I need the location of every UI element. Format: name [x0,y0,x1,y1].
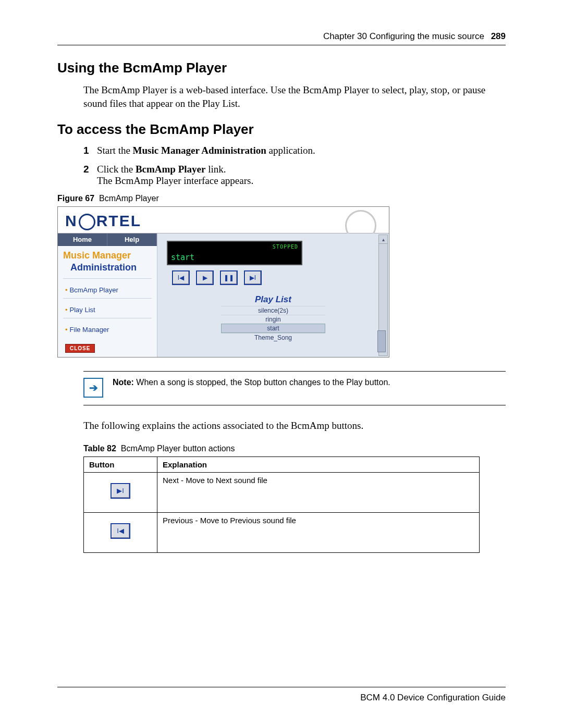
previous-button[interactable]: I◀ [172,270,190,285]
table-header-button: Button [84,456,157,472]
note-text: Note: When a song is stopped, the Stop b… [113,377,390,388]
player-current-track: start [171,253,298,262]
table-row: I◀ Previous - Move to Previous sound fil… [84,512,480,552]
nortel-logo: NRTEL [65,212,382,230]
sidebar: Home Help Music Manager Administration •… [58,233,157,357]
page-header: Chapter 30 Configuring the music source … [57,31,506,42]
page-number: 289 [491,31,506,41]
step-text: Click the BcmAmp Player link. The BcmAmp… [97,164,506,187]
playlist-item[interactable]: Theme_Song [221,333,325,342]
sidebar-link-play-list[interactable]: •Play List [58,303,157,317]
playlist-heading: Play List [163,294,384,305]
playlist-item[interactable]: ringin [221,315,325,324]
table-intro-paragraph: The following explains the actions assoc… [83,419,506,433]
player-status: STOPPED [171,244,298,250]
table-caption: Table 82 BcmAmp Player button actions [83,444,506,453]
step-2: 2 Click the BcmAmp Player link. The BcmA… [83,164,506,187]
table-header-explanation: Explanation [157,456,480,472]
music-manager-title: Music Manager [58,246,157,261]
next-button-icon: ▶I [111,483,130,499]
arrow-right-icon: ➔ [83,378,103,398]
pause-button[interactable]: ❚❚ [220,270,238,285]
step-1: 1 Start the Music Manager Administration… [83,145,506,156]
heading-access-bcmamp: To access the BcmAmp Player [57,121,506,138]
note-box: ➔ Note: When a song is stopped, the Stop… [83,371,506,405]
administration-subtitle: Administration [58,261,157,277]
play-button[interactable]: ▶ [196,270,214,285]
table-row: ▶I Next - Move to Next sound file [84,472,480,512]
page-footer: BCM 4.0 Device Configuration Guide [57,687,506,703]
step-number: 2 [83,164,97,175]
player-pane: ▴ STOPPED start I◀ ▶ ❚❚ ▶I Play List sil… [157,233,389,357]
sidebar-link-bcmamp-player[interactable]: •BcmAmp Player [58,283,157,297]
player-display: STOPPED start [167,241,302,265]
header-rule [57,45,506,45]
scroll-up-icon[interactable]: ▴ [378,235,388,244]
table-explanation: Next - Move to Next sound file [157,472,480,512]
footer-rule [57,687,506,687]
step-number: 1 [83,145,97,156]
sidebar-link-file-manager[interactable]: •File Manager [58,323,157,337]
button-actions-table: Button Explanation ▶I Next - Move to Nex… [83,456,480,553]
bcmamp-screenshot: NRTEL Home Help Music Manager Administra… [57,206,389,357]
footer-text: BCM 4.0 Device Configuration Guide [57,693,506,703]
close-button[interactable]: CLOSE [65,344,95,353]
table-explanation: Previous - Move to Previous sound file [157,512,480,552]
playlist-item-selected[interactable]: start [221,324,325,333]
chapter-title: Chapter 30 Configuring the music source [323,31,484,41]
step-text: Start the Music Manager Administration a… [97,145,506,156]
tab-help[interactable]: Help [107,233,157,246]
heading-using-bcmamp: Using the BcmAmp Player [57,60,506,76]
intro-paragraph: The BcmAmp Player is a web-based interfa… [83,83,506,110]
previous-button-icon: I◀ [111,523,130,539]
scrollbar-thumb[interactable] [377,330,386,352]
scrollbar-track[interactable] [378,243,388,356]
figure-caption: Figure 67 BcmAmp Player [57,194,506,203]
tab-home[interactable]: Home [58,233,107,246]
logo-o-icon [79,214,95,230]
next-button[interactable]: ▶I [244,270,262,285]
playlist-item[interactable]: silence(2s) [221,306,325,315]
playlist: silence(2s) ringin start Theme_Song [221,306,325,342]
